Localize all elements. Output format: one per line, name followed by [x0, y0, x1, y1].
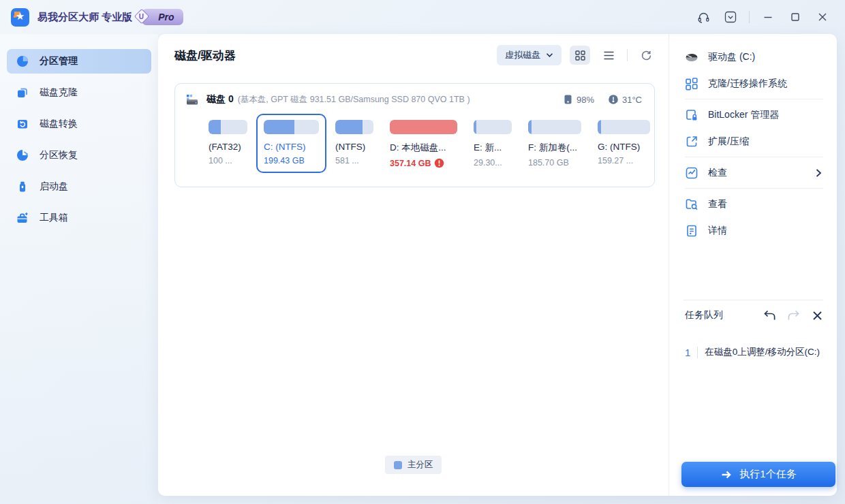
action-divider: [685, 188, 823, 189]
legend: 主分区: [158, 456, 669, 474]
redo-icon[interactable]: [786, 308, 801, 323]
action-item-label: 克隆/迁移操作系统: [708, 78, 787, 90]
legend-pill: 主分区: [385, 456, 442, 474]
check-icon: [685, 166, 698, 180]
sidebar-item-label: 磁盘克隆: [40, 86, 78, 99]
list-view-button[interactable]: [598, 46, 619, 65]
disk-convert-icon: [16, 118, 29, 130]
pro-badge: U Pro: [142, 9, 183, 25]
header-separator: [627, 49, 628, 61]
view-search-icon: [685, 198, 698, 211]
partition-tile[interactable]: D: 本地磁盘... 357.14 GB: [382, 114, 465, 176]
disk-stats: 98% 31°C: [563, 94, 642, 105]
pro-badge-label: Pro: [158, 12, 174, 22]
sidebar-item-boot-disk[interactable]: 启动盘: [7, 174, 151, 199]
arrow-right-icon: [720, 469, 733, 481]
main-header: 磁盘/驱动器 虚拟磁盘: [158, 34, 669, 76]
partition-label: G: (NTFS): [598, 142, 650, 152]
close-icon[interactable]: [814, 8, 831, 26]
account-dropdown-icon[interactable]: [722, 8, 739, 26]
action-divider: [685, 99, 823, 99]
virtual-disk-dropdown[interactable]: 虚拟磁盘: [497, 45, 562, 65]
action-list: 驱动盘 (C:) 克隆/迁移操作系统 BitLocker 管理器 扩展/压缩 检…: [670, 34, 837, 244]
partition-row: (FAT32) 100 ... C: (NTFS) 199.43 GB (NTF…: [186, 114, 642, 176]
partition-size: 100 ...: [209, 156, 247, 166]
app-window: 易我分区大师 专业版 U Pro 分区管理: [0, 0, 845, 504]
partition-label: C: (NTFS): [264, 142, 319, 152]
refresh-icon: [641, 50, 652, 61]
partition-size: 581 ...: [335, 156, 373, 166]
drive-disk-icon: [685, 50, 698, 64]
right-panel: 驱动盘 (C:) 克隆/迁移操作系统 BitLocker 管理器 扩展/压缩 检…: [670, 34, 837, 496]
pro-diamond-icon: U: [134, 9, 150, 25]
partition-size: 357.14 GB: [390, 158, 457, 168]
action-item-label: 扩展/压缩: [708, 136, 749, 148]
partition-bar: [528, 120, 581, 134]
partition-tile[interactable]: (NTFS) 581 ...: [328, 114, 381, 173]
action-item-clone-migrate-os[interactable]: 克隆/迁移操作系统: [685, 70, 823, 97]
disk-info: (基本盘, GPT 磁盘 931.51 GB/Samsung SSD 870 Q…: [238, 94, 470, 106]
details-icon: [685, 224, 698, 238]
action-item-extend-shrink[interactable]: 扩展/压缩: [685, 128, 823, 155]
refresh-button[interactable]: [636, 46, 656, 65]
execute-tasks-button[interactable]: 执行1个任务: [681, 462, 835, 487]
action-divider: [685, 157, 823, 157]
primary-partition-swatch: [394, 461, 402, 469]
partition-tile[interactable]: G: (NTFS) 159.27 ...: [590, 114, 658, 173]
task-number: 1: [685, 347, 698, 358]
task-description: 在磁盘0上调整/移动分区(C:): [705, 346, 820, 358]
action-item-view[interactable]: 查看: [685, 191, 823, 217]
partition-tile[interactable]: C: (NTFS) 199.43 GB: [256, 114, 326, 173]
main-header-controls: 虚拟磁盘: [497, 45, 656, 65]
partition-bar: [335, 120, 373, 134]
action-item-bitlocker-manager[interactable]: BitLocker 管理器: [685, 101, 823, 128]
disk-health-icon: [563, 94, 573, 105]
action-item-label: 驱动盘 (C:): [708, 51, 755, 63]
sidebar-item-disk-convert[interactable]: 磁盘转换: [7, 112, 151, 136]
partition-tile[interactable]: F: 新加卷(... 185.70 GB: [521, 114, 589, 175]
toolbox-icon: [16, 212, 29, 224]
task-queue-title: 任务队列: [685, 309, 723, 321]
partition-label: E: 新...: [474, 142, 512, 154]
titlebar-separator: [749, 11, 750, 23]
sidebar-item-partition-recovery[interactable]: 分区恢复: [7, 143, 151, 168]
disk-temperature-value: 31°C: [622, 95, 642, 105]
action-item-details[interactable]: 详情: [685, 217, 823, 244]
action-item-check[interactable]: 检查: [685, 159, 823, 186]
minimize-icon[interactable]: [759, 8, 777, 26]
warning-icon: [434, 158, 444, 168]
partition-tile[interactable]: (FAT32) 100 ...: [201, 114, 255, 173]
partition-bar: [264, 120, 319, 134]
disk-card[interactable]: 磁盘 0 (基本盘, GPT 磁盘 931.51 GB/Samsung SSD …: [174, 83, 655, 187]
sidebar-item-toolbox[interactable]: 工具箱: [7, 206, 151, 230]
pie-chart-icon: [16, 55, 29, 67]
disk-clone-icon: [16, 86, 29, 99]
task-item[interactable]: 1 在磁盘0上调整/移动分区(C:): [685, 342, 827, 362]
action-item-drive-c[interactable]: 驱动盘 (C:): [685, 44, 823, 70]
usb-drive-icon: [16, 180, 29, 193]
task-queue-divider: [683, 300, 823, 300]
grid-view-button[interactable]: [570, 46, 590, 65]
sidebar-item-label: 工具箱: [40, 212, 68, 224]
disk-header: 磁盘 0 (基本盘, GPT 磁盘 931.51 GB/Samsung SSD …: [186, 93, 642, 106]
close-task-queue-icon[interactable]: [810, 308, 825, 323]
partition-bar: [390, 120, 457, 134]
action-item-label: 查看: [708, 198, 727, 210]
task-list: 1 在磁盘0上调整/移动分区(C:): [685, 342, 827, 362]
disk-health: 98%: [563, 94, 594, 105]
partition-size: 199.43 GB: [264, 156, 319, 166]
sidebar-item-disk-clone[interactable]: 磁盘克隆: [7, 80, 151, 105]
app-logo-icon: [11, 8, 29, 27]
partition-label: (NTFS): [335, 142, 373, 152]
sidebar-item-partition-manage[interactable]: 分区管理: [7, 49, 151, 74]
grid-view-icon: [574, 50, 586, 61]
headset-support-icon[interactable]: [694, 8, 712, 26]
undo-icon[interactable]: [762, 308, 777, 323]
action-item-label: 详情: [708, 225, 727, 237]
resize-icon: [685, 135, 698, 148]
sidebar-item-label: 磁盘转换: [40, 118, 78, 130]
hard-disk-icon: [186, 94, 198, 106]
partition-tile[interactable]: E: 新... 29.30...: [466, 114, 519, 175]
maximize-icon[interactable]: [786, 8, 804, 26]
partition-recovery-icon: [16, 149, 29, 161]
